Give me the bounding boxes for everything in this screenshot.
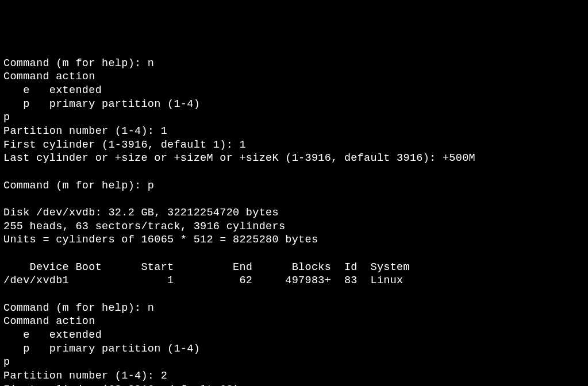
terminal-line: p — [3, 111, 10, 123]
terminal-line: Partition number (1-4): 2 — [3, 370, 167, 382]
terminal-line: First cylinder (63-3916, default 63): — [3, 384, 246, 386]
terminal-line: e extended — [3, 84, 102, 96]
terminal-line: p primary partition (1-4) — [3, 343, 200, 355]
terminal-line: Disk /dev/xvdb: 32.2 GB, 32212254720 byt… — [3, 207, 279, 219]
terminal-line: Device Boot Start End Blocks Id System — [3, 261, 410, 273]
terminal-line: p primary partition (1-4) — [3, 98, 200, 110]
terminal-line: Command action — [3, 315, 95, 327]
terminal-line: Last cylinder or +size or +sizeM or +siz… — [3, 152, 475, 164]
terminal-line: Command (m for help): n — [3, 57, 154, 70]
terminal-line: Command (m for help): n — [3, 302, 154, 314]
terminal-line: Command (m for help): p — [3, 180, 154, 192]
terminal-line: /dev/xvdb1 1 62 497983+ 83 Linux — [3, 275, 403, 287]
terminal-line: Command action — [3, 71, 95, 83]
terminal-line: p — [3, 356, 10, 368]
terminal-line: Partition number (1-4): 1 — [3, 125, 167, 137]
terminal-line: 255 heads, 63 sectors/track, 3916 cylind… — [3, 221, 285, 233]
terminal-line: Units = cylinders of 16065 * 512 = 82252… — [3, 234, 318, 246]
terminal-output[interactable]: Command (m for help): n Command action e… — [3, 57, 585, 386]
terminal-line: First cylinder (1-3916, default 1): 1 — [3, 139, 246, 151]
terminal-line: e extended — [3, 329, 102, 341]
